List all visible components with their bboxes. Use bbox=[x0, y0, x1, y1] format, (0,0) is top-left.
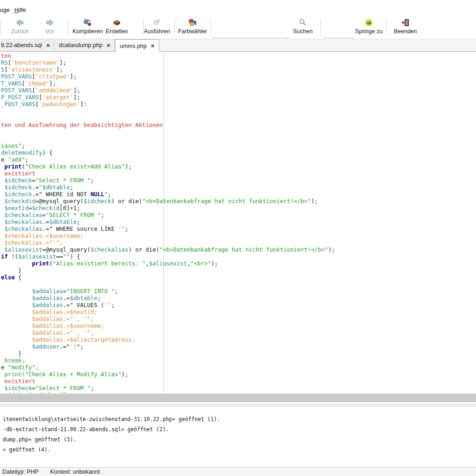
code-line bbox=[1, 135, 335, 142]
code-token: ; bbox=[90, 385, 94, 392]
editor-h-scrollbar[interactable] bbox=[0, 393, 476, 402]
code-token: "INSERT INTO " bbox=[66, 288, 114, 295]
code-token: if bbox=[1, 253, 8, 260]
menu-item-help[interactable]: Hilfe bbox=[14, 7, 26, 13]
code-token: deletemodify bbox=[1, 149, 42, 156]
code-token: $idcheck bbox=[4, 191, 32, 198]
code-token: _POST_VARS bbox=[1, 101, 36, 108]
quit-button[interactable]: Beenden bbox=[383, 17, 428, 38]
code-line: $addalias.=" VALUES ('"; bbox=[1, 301, 335, 308]
toolbar-button-label: Erstellen bbox=[106, 28, 128, 35]
code-token bbox=[1, 260, 32, 267]
forward-arrow-icon bbox=[45, 17, 54, 28]
code-token: $nextid bbox=[4, 205, 28, 211]
code-line: P_POST_VARS['atarget']; bbox=[1, 94, 335, 101]
code-token: = bbox=[42, 211, 46, 218]
code-token: $addalias.=$aliastargetadress; bbox=[32, 336, 135, 343]
code-token bbox=[1, 288, 32, 295]
code-token: "<b>Datenbankabfrage hat nicht funktioni… bbox=[159, 246, 328, 253]
code-token: 'benutzername' bbox=[11, 59, 59, 66]
code-token: = bbox=[32, 177, 35, 184]
code-token: P_POST_VARS bbox=[1, 94, 39, 101]
code-token bbox=[1, 315, 32, 322]
code-token: 'cltxtpwd' bbox=[36, 73, 70, 80]
status-message-line: itenentwicklung\startseite-zwischenstand… bbox=[3, 414, 476, 424]
code-token: ]; bbox=[49, 80, 56, 87]
run-gears-icon: ⚙⚙ bbox=[153, 17, 161, 28]
code-token: == bbox=[56, 253, 63, 260]
code-token: $checkalias bbox=[4, 225, 42, 232]
toolbar-button-label: Springe zu bbox=[355, 28, 383, 35]
toolbar-separator bbox=[320, 19, 321, 36]
code-token: ') bbox=[70, 343, 77, 350]
code-token: .=" VALUES ( bbox=[63, 301, 104, 308]
code-token: POST_VARS bbox=[1, 73, 32, 80]
code-token: =@mysql_query( bbox=[42, 246, 90, 253]
tab-label: umms.php bbox=[120, 43, 146, 49]
code-line: $addalias.=$username; bbox=[1, 322, 335, 329]
code-token: $addalias bbox=[32, 301, 63, 308]
code-line: $checkalias.=$username; bbox=[1, 232, 335, 239]
code-token: } bbox=[1, 350, 22, 357]
tab-close-icon[interactable]: ✖ bbox=[107, 43, 110, 48]
code-token: ) { bbox=[42, 149, 53, 156]
code-editor[interactable]: tenRS['benutzername'];S['alisasjanein'];… bbox=[0, 52, 476, 393]
tab-umms-php[interactable]: umms.php ✖ bbox=[115, 39, 159, 52]
compile-icon bbox=[83, 17, 92, 28]
code-token: $addalias bbox=[32, 288, 63, 295]
code-token bbox=[1, 301, 32, 308]
code-token: ; bbox=[97, 295, 101, 301]
code-token: ]; bbox=[70, 73, 77, 80]
code-line: $addalias.=$nextid; bbox=[1, 308, 335, 315]
code-line: $addalias.=$dbtable; bbox=[1, 295, 335, 301]
code-token: ; bbox=[25, 156, 28, 163]
tab-close-icon[interactable]: ✖ bbox=[46, 43, 50, 48]
code-token: ) or die( bbox=[111, 198, 142, 205]
toolbar-button-label: Beenden bbox=[394, 28, 417, 35]
code-token: $checkalias bbox=[4, 211, 42, 218]
code-token: "" bbox=[63, 253, 70, 260]
code-line: existiert bbox=[1, 378, 335, 385]
code-line: $addalias.="', '"; bbox=[1, 329, 335, 336]
code-token: NULL bbox=[90, 191, 104, 198]
toolbar-button-label: Suchen bbox=[293, 28, 313, 35]
code-token: $dbtable bbox=[49, 218, 77, 225]
code-token: "Check Alias exist+Add Alias" bbox=[25, 163, 125, 170]
color-chooser-button[interactable]: Farbwähler bbox=[170, 17, 215, 38]
code-token: [ bbox=[32, 87, 35, 94]
build-brick-icon bbox=[112, 17, 121, 28]
code-token: RS bbox=[1, 59, 8, 66]
tab-dcaliasdump-php[interactable]: dcaliasdump.php ✖ bbox=[54, 39, 115, 51]
status-message-line: dump.php« geöffnet (3). bbox=[3, 434, 476, 445]
code-line: print("Check Alias exist+Add Alias"); bbox=[1, 163, 335, 170]
code-line: } bbox=[1, 350, 335, 357]
code-token bbox=[1, 329, 32, 336]
code-token: [ bbox=[36, 101, 39, 108]
statusbar-context: Kontext: unbekannt bbox=[50, 469, 100, 475]
code-token bbox=[1, 308, 32, 315]
menu-bar: uge Hilfe bbox=[0, 0, 476, 16]
code-token: ten bbox=[1, 52, 11, 59]
code-line: RS['benutzername']; bbox=[1, 59, 335, 66]
code-token: ); bbox=[328, 246, 335, 253]
tab-close-icon[interactable]: ✖ bbox=[151, 43, 155, 48]
code-token: ; bbox=[101, 211, 104, 218]
menu-item-tools[interactable]: uge bbox=[0, 7, 10, 13]
code-token: ; bbox=[77, 218, 80, 225]
tab-abends-sql[interactable]: 9.22-abends.sql ✖ bbox=[0, 39, 54, 51]
code-line bbox=[1, 128, 335, 135]
search-button[interactable]: Suchen bbox=[281, 17, 325, 38]
statusbar-filetype: Dateityp: PHP bbox=[2, 469, 39, 475]
toolbar-separator bbox=[211, 19, 211, 36]
code-token: $aliasexist bbox=[149, 260, 187, 267]
code-token: .=" bbox=[60, 343, 70, 350]
build-button[interactable]: Erstellen bbox=[95, 17, 139, 38]
code-token: [ bbox=[39, 94, 42, 101]
pane-splitter[interactable] bbox=[0, 404, 476, 407]
code-token: $dbtable bbox=[42, 184, 70, 191]
code-token: T_VARS bbox=[1, 80, 22, 87]
code-token: ); bbox=[311, 198, 318, 205]
color-chooser-icon bbox=[188, 17, 197, 28]
code-token: "Alias existiert bereits: " bbox=[53, 260, 145, 267]
toolbar: Zurück Vor Kompilieren bbox=[0, 16, 476, 39]
